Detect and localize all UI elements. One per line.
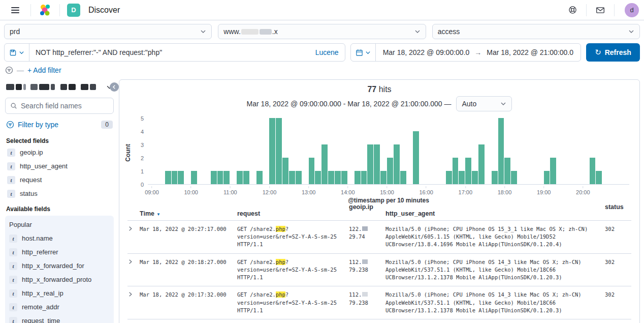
environment-select[interactable]: prd — [4, 24, 212, 39]
column-header-request[interactable]: request — [237, 210, 345, 217]
field-item[interactable]: t request_time — [7, 314, 112, 323]
column-header-geoip[interactable]: geoip.ip — [349, 203, 381, 211]
log-type-select[interactable]: access — [432, 24, 640, 39]
histogram-bar[interactable] — [321, 144, 328, 184]
mail-icon[interactable] — [592, 2, 609, 19]
calendar-icon — [356, 49, 363, 56]
histogram-bar[interactable] — [590, 158, 596, 184]
field-item[interactable]: t request — [5, 173, 114, 187]
cell-user-agent: Mozilla/5.0 (iPhone; CPU iPhone OS 14_3 … — [385, 291, 601, 314]
elastic-logo-icon[interactable] — [38, 3, 52, 17]
add-filter-link[interactable]: + Add filter — [27, 66, 61, 74]
histogram-bar[interactable] — [355, 171, 361, 184]
histogram-bar[interactable] — [191, 171, 198, 184]
histogram-bar[interactable] — [328, 171, 335, 184]
expand-row-icon[interactable] — [127, 291, 136, 297]
user-avatar[interactable]: d — [625, 3, 639, 17]
histogram-bar[interactable] — [256, 171, 263, 184]
field-item[interactable]: t http_user_agent — [5, 159, 114, 173]
cell-geoip: 122.29.74 — [349, 225, 381, 241]
expand-row-icon[interactable] — [127, 225, 136, 231]
menu-icon[interactable] — [5, 0, 25, 20]
space-avatar[interactable]: D — [67, 4, 80, 17]
histogram-bar[interactable] — [387, 158, 394, 184]
field-item[interactable]: t http_x_real_ip — [7, 286, 112, 300]
histogram-bar[interactable] — [492, 171, 498, 184]
histogram-bar[interactable] — [394, 144, 400, 184]
histogram-bar[interactable] — [459, 171, 465, 184]
x-axis-title: @timestamp per 10 minutes — [148, 197, 629, 204]
interval-select[interactable]: Auto — [456, 96, 512, 111]
histogram-bar[interactable] — [472, 171, 478, 184]
filter-icon[interactable] — [5, 66, 13, 74]
collapse-sidebar-button[interactable] — [110, 82, 119, 92]
date-range-end[interactable]: Mar 18, 2022 @ 21:00:00.0 — [487, 48, 573, 56]
field-item[interactable]: t status — [5, 187, 114, 200]
search-bar-row: NOT http_referrer:"-" AND request:"php" … — [0, 42, 644, 64]
date-quick-select-button[interactable] — [351, 44, 376, 61]
histogram-bar[interactable] — [511, 171, 518, 184]
histogram-bar[interactable] — [172, 171, 178, 184]
histogram-bar[interactable] — [478, 144, 485, 184]
histogram-bars[interactable] — [148, 119, 629, 185]
histogram-bar[interactable] — [550, 158, 557, 184]
histogram-bar[interactable] — [223, 171, 230, 184]
refresh-button[interactable]: ↻ Refresh — [586, 43, 640, 62]
saved-query-button[interactable] — [5, 44, 29, 61]
field-item[interactable]: t http_referrer — [7, 245, 112, 259]
histogram-bar[interactable] — [453, 158, 459, 184]
histogram-bar[interactable] — [178, 171, 184, 184]
field-item[interactable]: t geoip.ip — [5, 145, 114, 159]
site-select[interactable]: www. .x — [218, 24, 426, 39]
histogram-xaxis: 09:0010:0011:0012:0013:0014:0015:0016:00… — [152, 185, 622, 196]
expand-row-icon[interactable] — [127, 258, 136, 265]
histogram-bar[interactable] — [596, 171, 602, 184]
query-input[interactable]: NOT http_referrer:"-" AND request:"php" — [29, 44, 309, 61]
histogram-bar[interactable] — [374, 144, 380, 184]
histogram-bar[interactable] — [544, 171, 551, 184]
column-header-time[interactable]: Time▼ — [140, 210, 233, 217]
query-syntax-toggle[interactable]: Lucene — [309, 44, 345, 61]
histogram-bar[interactable] — [211, 171, 217, 184]
field-item[interactable]: t http_x_forwarded_proto — [7, 273, 112, 286]
column-header-status[interactable]: status — [605, 203, 631, 211]
histogram-bar[interactable] — [498, 118, 505, 184]
x-tick-label: 11:00 — [223, 186, 237, 195]
chevron-left-icon — [112, 84, 117, 90]
histogram-bar[interactable] — [446, 171, 453, 184]
histogram-bar[interactable] — [367, 144, 374, 184]
histogram-bar[interactable] — [217, 171, 224, 184]
histogram-chart: Count 543210 09:0010:0011:0012:0013:0014… — [124, 119, 629, 204]
histogram-bar[interactable] — [276, 118, 282, 184]
histogram-bar[interactable] — [282, 158, 289, 184]
histogram-bar[interactable] — [465, 158, 472, 184]
histogram-bar[interactable] — [341, 171, 348, 184]
histogram-bar[interactable] — [361, 171, 368, 184]
histogram-bar[interactable] — [315, 171, 321, 184]
histogram-bar[interactable] — [400, 171, 407, 184]
histogram-bar[interactable] — [243, 171, 250, 184]
field-item[interactable]: t remote_addr — [7, 300, 112, 314]
filter-count-badge: 0 — [101, 121, 113, 129]
histogram-bar[interactable] — [380, 171, 387, 184]
histogram-bar[interactable] — [296, 171, 302, 184]
index-pattern-select[interactable] — [5, 80, 114, 94]
histogram-bar[interactable] — [504, 158, 511, 184]
histogram-bar[interactable] — [413, 131, 420, 184]
histogram-bar[interactable] — [165, 171, 172, 184]
column-header-user-agent[interactable]: http_user_agent — [385, 210, 601, 217]
x-tick-label: 18:00 — [498, 186, 512, 195]
histogram-bar[interactable] — [309, 158, 315, 184]
histogram-bar[interactable] — [289, 171, 296, 184]
filter-by-type-button[interactable]: Filter by type 0 — [5, 117, 114, 132]
search-fields-input[interactable]: Search field names — [5, 98, 114, 114]
field-item[interactable]: t host.name — [7, 231, 112, 245]
histogram-bar[interactable] — [237, 171, 243, 184]
histogram-bar[interactable] — [269, 118, 276, 184]
string-type-icon: t — [9, 317, 17, 323]
histogram-bar[interactable] — [335, 171, 341, 184]
date-range-start[interactable]: Mar 18, 2022 @ 09:00:00.0 — [383, 48, 470, 56]
cell-request: GET /share2.php?version=user&ref=SZ-Y-A-… — [237, 225, 345, 249]
field-item[interactable]: t http_x_forwarded_for — [7, 259, 112, 273]
help-icon[interactable] — [564, 2, 581, 19]
